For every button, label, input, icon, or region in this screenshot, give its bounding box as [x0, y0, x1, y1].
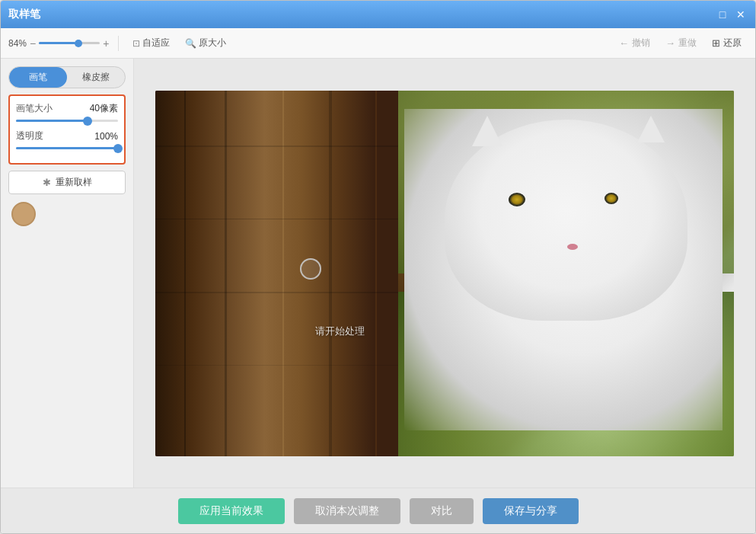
save-share-button[interactable]: 保存与分享	[483, 498, 579, 524]
image-canvas[interactable]: 请开始处理	[155, 91, 734, 456]
main-window: 取样笔 □ ✕ 84% − + ⊡ 自适应 🔍 原大小 ←	[0, 0, 756, 534]
opacity-value: 100%	[94, 131, 118, 142]
restore-button[interactable]: ⊞ 还原	[706, 34, 748, 52]
toolbar-right: ← 撤销 → 重做 ⊞ 还原	[613, 34, 748, 52]
compare-button[interactable]: 对比	[410, 498, 474, 524]
brush-size-value: 40像素	[90, 102, 118, 115]
cancel-button[interactable]: 取消本次调整	[294, 498, 400, 524]
zoom-minus-icon[interactable]: −	[30, 37, 36, 50]
main-canvas-area[interactable]: 请开始处理	[134, 59, 755, 488]
opacity-label: 透明度	[16, 130, 43, 142]
resample-icon: ✱	[43, 177, 51, 188]
zoom-icon: 🔍	[185, 38, 196, 49]
content-area: 画笔 橡皮擦 画笔大小 40像素 透明度 100%	[1, 59, 755, 488]
toolbar: 84% − + ⊡ 自适应 🔍 原大小 ← 撤销 → 重做	[1, 28, 755, 59]
restore-label: 还原	[723, 37, 742, 50]
redo-label: 重做	[678, 37, 697, 50]
original-label: 原大小	[199, 37, 226, 50]
bottom-bar: 应用当前效果 取消本次调整 对比 保存与分享	[1, 488, 755, 533]
tab-brush[interactable]: 画笔	[9, 67, 67, 88]
original-size-button[interactable]: 🔍 原大小	[180, 34, 231, 52]
zoom-percent: 84%	[8, 38, 27, 49]
undo-label: 撤销	[632, 37, 650, 50]
zoom-slider[interactable]	[39, 42, 100, 44]
fit-label: 自适应	[142, 37, 170, 50]
brush-settings-box: 画笔大小 40像素 透明度 100%	[8, 94, 126, 165]
toolbar-separator-1	[118, 36, 119, 51]
redo-button[interactable]: → 重做	[659, 34, 703, 52]
title-bar: 取样笔 □ ✕	[1, 1, 755, 28]
zoom-plus-icon[interactable]: +	[103, 37, 109, 50]
resample-button[interactable]: ✱ 重新取样	[8, 171, 126, 194]
minimize-button[interactable]: □	[716, 8, 729, 21]
fit-icon: ⊡	[132, 38, 140, 49]
brush-size-slider[interactable]	[16, 120, 118, 122]
canvas-container: 请开始处理	[155, 91, 734, 456]
left-panel: 画笔 橡皮擦 画笔大小 40像素 透明度 100%	[1, 59, 134, 488]
restore-icon: ⊞	[712, 37, 720, 49]
color-sample	[11, 202, 36, 226]
fit-button[interactable]: ⊡ 自适应	[128, 34, 174, 52]
redo-arrow-icon: →	[665, 37, 675, 49]
undo-arrow-icon: ←	[619, 37, 629, 49]
brush-size-row: 画笔大小 40像素	[16, 102, 118, 115]
opacity-row: 透明度 100%	[16, 130, 118, 142]
undo-button[interactable]: ← 撤销	[613, 34, 656, 52]
tab-eraser[interactable]: 橡皮擦	[67, 67, 125, 88]
opacity-slider[interactable]	[16, 147, 118, 149]
apply-button[interactable]: 应用当前效果	[178, 498, 285, 524]
brush-tabs: 画笔 橡皮擦	[8, 66, 126, 88]
brush-size-label: 画笔大小	[16, 102, 53, 115]
zoom-info: 84% − +	[8, 37, 109, 50]
close-button[interactable]: ✕	[734, 8, 748, 21]
brush-cursor	[300, 258, 321, 280]
resample-label: 重新取样	[56, 176, 92, 189]
window-title: 取样笔	[8, 8, 40, 21]
window-controls: □ ✕	[716, 8, 748, 21]
